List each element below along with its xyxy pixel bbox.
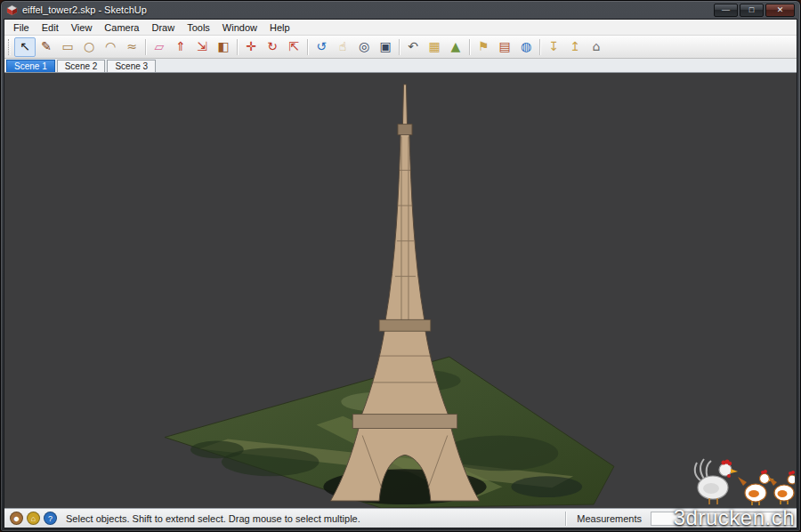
share-model-tool[interactable]: ↥ (564, 37, 586, 57)
offset-tool[interactable]: ⇲ (191, 37, 213, 57)
circle-icon: ○ (84, 39, 94, 53)
toolbar: ↖ ✎ ▭ ○ ◠ ≈ ▱ ⇑ ⇲ ◧ ✛ ↻ ⇱ ↺ ☝ ◎ ▣ ↶ ▦ ▲ … (4, 36, 797, 59)
toolbar-separator (399, 39, 400, 55)
statusbar-divider (565, 512, 566, 526)
component-browser-icon: ⌂ (593, 39, 601, 53)
client-area: File Edit View Camera Draw Tools Window … (4, 19, 797, 528)
modeling-viewport[interactable] (4, 73, 797, 508)
zoom-tool[interactable]: ◎ (353, 37, 375, 57)
previous-view-icon: ↶ (408, 39, 418, 53)
close-button[interactable]: ✕ (765, 4, 795, 17)
status-hint-text: Select objects. Shift to extend select. … (66, 513, 360, 524)
menu-view[interactable]: View (65, 20, 99, 35)
paint-bucket-icon: ◧ (217, 39, 229, 53)
rectangle-icon: ▭ (61, 39, 73, 53)
scale-icon: ⇱ (288, 39, 299, 53)
previous-view-tool[interactable]: ↶ (402, 37, 424, 57)
measurements-input[interactable] (651, 512, 791, 526)
circle-tool[interactable]: ○ (78, 37, 100, 57)
rectangle-tool[interactable]: ▭ (57, 37, 78, 57)
offset-icon: ⇲ (197, 39, 207, 53)
scale-tool[interactable]: ⇱ (283, 37, 304, 57)
move-icon: ✛ (246, 39, 256, 53)
status-bar: ☻ ⌂ ? Select objects. Shift to extend se… (4, 508, 797, 528)
get-current-view-icon: ▦ (428, 39, 440, 53)
zoom-extents-tool[interactable]: ▣ (375, 37, 396, 57)
line-tool[interactable]: ✎ (36, 37, 57, 57)
menu-tools[interactable]: Tools (181, 20, 216, 35)
titlebar[interactable]: eiffel_tower2.skp - SketchUp — □ ✕ (1, 1, 800, 19)
scene-tab-1[interactable]: Scene 1 (6, 60, 55, 72)
signin-status-icon[interactable]: ☻ (10, 512, 23, 525)
pan-tool[interactable]: ☝ (332, 37, 353, 57)
arc-icon: ◠ (105, 39, 116, 53)
rotate-icon: ↻ (267, 39, 278, 53)
menu-help[interactable]: Help (263, 20, 296, 35)
toolbar-separator (237, 39, 238, 55)
pencil-icon: ✎ (41, 39, 52, 53)
menu-file[interactable]: File (7, 20, 36, 35)
scene-tab-2[interactable]: Scene 2 (57, 60, 106, 72)
add-location-icon: ⚑ (478, 39, 490, 53)
arc-tool[interactable]: ◠ (100, 37, 121, 57)
orbit-tool[interactable]: ↺ (311, 37, 332, 57)
add-location-tool[interactable]: ⚑ (473, 37, 494, 57)
paint-bucket-tool[interactable]: ◧ (213, 37, 234, 57)
minimize-button[interactable]: — (714, 4, 738, 17)
measurements-label: Measurements (577, 513, 642, 524)
menu-bar: File Edit View Camera Draw Tools Window … (4, 20, 797, 36)
scene-tab-3[interactable]: Scene 3 (107, 60, 156, 72)
help-status-icon[interactable]: ? (44, 512, 57, 525)
toolbar-separator (145, 39, 146, 55)
orbit-icon: ↺ (316, 39, 327, 53)
toggle-terrain-tool[interactable]: ▲ (445, 37, 466, 57)
menu-draw[interactable]: Draw (145, 20, 181, 35)
select-tool[interactable]: ↖ (14, 37, 36, 57)
globe-icon: ◍ (521, 39, 531, 53)
photo-textures-tool[interactable]: ▤ (494, 37, 515, 57)
scene-tab-bar: Scene 1 Scene 2 Scene 3 (4, 59, 797, 73)
toolbar-separator (469, 39, 470, 55)
menu-camera[interactable]: Camera (98, 20, 145, 35)
pan-hand-icon: ☝ (339, 39, 347, 53)
freehand-icon: ≈ (126, 39, 137, 53)
push-pull-tool[interactable]: ⇑ (170, 37, 191, 57)
model-info-status-icon[interactable]: ⌂ (27, 512, 40, 525)
get-models-tool[interactable]: ↧ (543, 37, 564, 57)
eraser-tool[interactable]: ▱ (149, 37, 170, 57)
share-model-icon: ↥ (570, 39, 580, 53)
menu-window[interactable]: Window (216, 20, 263, 35)
toolbar-grip[interactable] (8, 39, 11, 55)
toolbar-separator (307, 39, 308, 55)
rotate-tool[interactable]: ↻ (262, 37, 283, 57)
select-icon: ↖ (20, 39, 30, 53)
terrain-icon: ▲ (451, 39, 461, 53)
push-pull-icon: ⇑ (175, 39, 186, 53)
get-current-view-tool[interactable]: ▦ (424, 37, 445, 57)
window-controls: — □ ✕ (714, 4, 795, 17)
photo-textures-icon: ▤ (498, 39, 510, 53)
zoom-icon: ◎ (359, 39, 369, 53)
preview-google-earth-tool[interactable]: ◍ (515, 37, 537, 57)
get-models-icon: ↧ (548, 39, 559, 53)
component-browser-tool[interactable]: ⌂ (586, 37, 607, 57)
toolbar-separator (539, 39, 540, 55)
zoom-extents-icon: ▣ (379, 39, 391, 53)
eraser-icon: ▱ (155, 39, 165, 53)
maximize-button[interactable]: □ (740, 4, 764, 17)
move-tool[interactable]: ✛ (240, 37, 262, 57)
menu-edit[interactable]: Edit (36, 20, 65, 35)
window-title: eiffel_tower2.skp - SketchUp (22, 4, 147, 15)
freehand-tool[interactable]: ≈ (121, 37, 142, 57)
sketchup-window: eiffel_tower2.skp - SketchUp — □ ✕ File … (0, 0, 801, 532)
sketchup-logo-icon (6, 4, 18, 16)
